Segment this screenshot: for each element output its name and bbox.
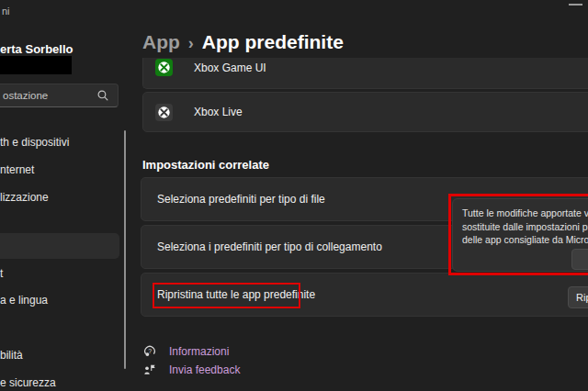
app-name: Xbox Live bbox=[194, 106, 243, 118]
feedback-icon bbox=[143, 363, 156, 376]
breadcrumb-parent[interactable]: App bbox=[142, 31, 180, 52]
help-icon: ? bbox=[143, 345, 156, 358]
svg-text:?: ? bbox=[148, 348, 152, 354]
settings-search-input[interactable]: ostazione bbox=[0, 84, 119, 107]
sidebar-item-accessibilita[interactable]: bilità bbox=[0, 349, 23, 362]
redacted-email bbox=[0, 56, 72, 74]
tooltip-confirm-button[interactable] bbox=[571, 249, 588, 270]
page-title: App predefinite bbox=[202, 31, 344, 52]
sidebar-item-account[interactable]: t bbox=[0, 267, 3, 280]
row-reset-all-defaults[interactable]: Ripristina tutte le app predefinite bbox=[141, 273, 588, 317]
xbox-live-icon bbox=[155, 104, 173, 121]
tooltip-line: Tutte le modifiche apportate v bbox=[462, 207, 588, 220]
row-label: Seleziona i predefiniti per tipo di coll… bbox=[157, 240, 382, 253]
breadcrumb: App›App predefinite bbox=[142, 31, 344, 53]
xbox-game-ui-icon bbox=[155, 59, 173, 76]
sidebar-item-rete-internet[interactable]: nternet bbox=[0, 163, 34, 176]
window-title: ni bbox=[2, 6, 10, 17]
search-icon bbox=[96, 89, 109, 102]
tooltip-line: delle app consigliate da Micros bbox=[462, 233, 588, 247]
reset-warning-tooltip: Tutte le modifiche apportate v sostituit… bbox=[452, 198, 588, 272]
tooltip-line: sostituite dalle impostazioni pr bbox=[462, 220, 588, 234]
row-label: Ripristina tutte le app predefinite bbox=[157, 288, 315, 301]
sidebar-item-app-selected[interactable] bbox=[0, 233, 119, 259]
sidebar-item-ora-lingua[interactable]: a e lingua bbox=[0, 294, 48, 307]
minimize-icon[interactable] bbox=[569, 4, 582, 6]
link-label: Invia feedback bbox=[169, 363, 240, 376]
search-input-text: ostazione bbox=[3, 90, 96, 101]
user-name[interactable]: erta Sorbello bbox=[0, 42, 73, 56]
app-name: Xbox Game UI bbox=[194, 61, 266, 74]
reset-button[interactable]: Rip bbox=[568, 286, 588, 308]
row-label: Seleziona predefiniti per tipo di file bbox=[157, 193, 325, 206]
sidebar-item-bluetooth-dispositivi[interactable]: th e dispositivi bbox=[0, 136, 69, 149]
link-invia-feedback[interactable]: Invia feedback bbox=[143, 363, 240, 376]
link-label: Informazioni bbox=[169, 345, 229, 358]
sidebar-item-personalizzazione[interactable]: lizzazione bbox=[0, 191, 49, 204]
sidebar-item-privacy-sicurezza[interactable]: e sicurezza bbox=[0, 376, 56, 389]
link-informazioni[interactable]: ? Informazioni bbox=[143, 345, 229, 358]
chevron-right-icon: › bbox=[188, 34, 194, 52]
app-row-xbox-live[interactable]: Xbox Live bbox=[142, 92, 588, 132]
sidebar-scrollbar[interactable] bbox=[124, 130, 126, 369]
app-row-xbox-game-ui[interactable]: Xbox Game UI bbox=[142, 58, 588, 89]
related-settings-heading: Impostazioni correlate bbox=[142, 158, 269, 172]
